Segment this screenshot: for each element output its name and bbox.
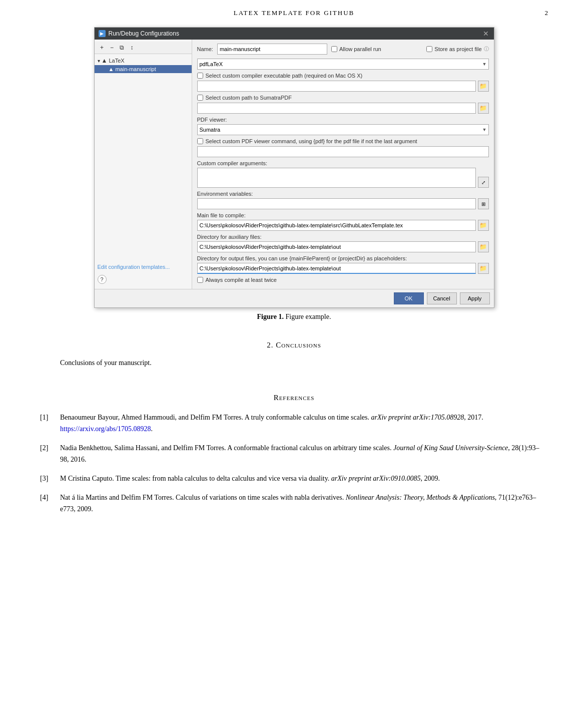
dialog-sidebar: + − ⧉ ↕ ▾ ▲ LaTeX ▲ — [95, 40, 192, 289]
main-file-folder-button[interactable]: 📁 — [478, 220, 489, 231]
dialog-titlebar: ▶ Run/Debug Configurations ✕ — [95, 28, 494, 40]
dialog-titlebar-left: ▶ Run/Debug Configurations — [99, 30, 179, 37]
custom-pdf-input[interactable] — [197, 146, 489, 157]
sidebar-item-main-manuscript[interactable]: ▲ main-manuscript — [95, 65, 192, 73]
collapse-arrow-icon: ▾ — [98, 58, 100, 64]
ref-text-1: Benaoumeur Bayour, Ahmed Hammoudi, and D… — [60, 412, 548, 435]
remove-config-button[interactable]: − — [108, 43, 117, 52]
custom-sumatra-checkbox[interactable] — [197, 95, 203, 101]
custom-pdf-checkbox-row: Select custom PDF viewer command, using … — [197, 138, 489, 144]
output-dir-input[interactable] — [197, 263, 476, 274]
aux-dir-row: 📁 — [197, 241, 489, 252]
conclusions-body: Conclusions of your manuscript. — [40, 358, 548, 369]
figure-text: Figure example. — [285, 313, 331, 320]
reference-item-4: [4] Nat á lia Martins and Delfim FM Torr… — [40, 492, 548, 515]
ref-link-1[interactable]: https://arxiv.org/abs/1705.08928 — [60, 425, 151, 433]
main-file-row: 📁 — [197, 220, 489, 231]
env-vars-label: Environment variables: — [197, 191, 489, 197]
reference-item-3: [3] M Cristina Caputo. Time scales: from… — [40, 473, 548, 484]
sidebar-item-label: main-manuscript — [115, 66, 156, 72]
custom-sumatra-checkbox-row: Select custom path to SumatraPDF — [197, 95, 489, 101]
references-heading: References — [40, 394, 548, 402]
output-dir-label: Directory for output files, you can use … — [197, 255, 489, 261]
sort-config-button[interactable]: ↕ — [128, 43, 137, 52]
ref-text-3: M Cristina Caputo. Time scales: from nab… — [60, 473, 548, 484]
references-list: [1] Benaoumeur Bayour, Ahmed Hammoudi, a… — [40, 412, 548, 515]
output-dir-row: 📁 — [197, 263, 489, 274]
sidebar-group-header-latex[interactable]: ▾ ▲ LaTeX — [95, 56, 192, 65]
name-input[interactable] — [217, 44, 327, 55]
custom-compiler-folder-button[interactable]: 📁 — [478, 81, 489, 92]
custom-pdf-checkbox[interactable] — [197, 138, 203, 144]
ref-text-4: Nat á lia Martins and Delfim FM Torres. … — [60, 492, 548, 515]
compiler-dropdown[interactable]: pdfLaTeX — [197, 59, 489, 70]
ok-button[interactable]: OK — [394, 292, 424, 304]
store-project-check: Store as project file ⓘ — [426, 46, 488, 53]
pdf-viewer-dropdown-wrapper: Sumatra ▼ — [197, 124, 489, 135]
always-compile-checkbox[interactable] — [197, 277, 203, 283]
edit-templates-link[interactable]: Edit configuration templates... — [95, 262, 173, 272]
main-file-label: Main file to compile: — [197, 212, 489, 218]
compiler-args-row: ⤢ — [197, 168, 489, 188]
sidebar-section-latex: ▾ ▲ LaTeX ▲ main-manuscript — [95, 54, 192, 75]
allow-parallel-check: Allow parallel run — [331, 46, 381, 52]
reference-item-1: [1] Benaoumeur Bayour, Ahmed Hammoudi, a… — [40, 412, 548, 435]
cancel-button[interactable]: Cancel — [427, 292, 457, 304]
custom-compiler-label: Select custom compiler executable path (… — [206, 73, 363, 79]
compiler-dropdown-wrapper: pdfLaTeX ▼ — [197, 59, 489, 70]
conclusions-heading: 2. Conclusions — [40, 341, 548, 349]
always-compile-label: Always compile at least twice — [206, 277, 277, 283]
dialog-title: Run/Debug Configurations — [109, 30, 179, 37]
ref-italic-2: Journal of King Saud University-Science — [393, 444, 508, 452]
output-dir-folder-button[interactable]: 📁 — [478, 263, 489, 274]
apply-button[interactable]: Apply — [460, 292, 490, 304]
dialog-app-icon: ▶ — [99, 30, 106, 37]
dialog-body: + − ⧉ ↕ ▾ ▲ LaTeX ▲ — [95, 40, 494, 289]
allow-parallel-label: Allow parallel run — [339, 46, 381, 52]
conclusions-num: 2. — [267, 341, 273, 349]
allow-parallel-checkbox[interactable] — [331, 46, 337, 52]
page-header: LATEX TEMPLATE FOR GITHUB 2 — [0, 0, 588, 22]
ref-num-4: [4] — [40, 492, 55, 515]
custom-sumatra-label: Select custom path to SumatraPDF — [206, 95, 292, 101]
custom-pdf-label: Select custom PDF viewer command, using … — [206, 138, 417, 144]
ref-num-3: [3] — [40, 473, 55, 484]
conclusions-title: Conclusions — [276, 341, 321, 349]
store-project-label: Store as project file — [434, 46, 481, 52]
dialog-box: ▶ Run/Debug Configurations ✕ + − ⧉ ↕ — [94, 27, 494, 308]
custom-pdf-input-row — [197, 146, 489, 157]
aux-dir-label: Directory for auxiliary files: — [197, 234, 489, 240]
store-project-checkbox[interactable] — [426, 46, 432, 52]
aux-dir-input[interactable] — [197, 241, 476, 252]
pdf-viewer-dropdown[interactable]: Sumatra — [197, 124, 489, 135]
custom-compiler-input-row: 📁 — [197, 81, 489, 92]
dialog-close-button[interactable]: ✕ — [482, 30, 490, 38]
compiler-args-textarea[interactable] — [197, 168, 476, 188]
aux-dir-folder-button[interactable]: 📁 — [478, 241, 489, 252]
custom-compiler-checkbox[interactable] — [197, 73, 203, 79]
custom-sumatra-input[interactable] — [197, 103, 476, 114]
main-content: ▶ Run/Debug Configurations ✕ + − ⧉ ↕ — [0, 27, 588, 515]
dialog-sidebar-inner: + − ⧉ ↕ ▾ ▲ LaTeX ▲ — [95, 42, 192, 287]
custom-compiler-input[interactable] — [197, 81, 476, 92]
env-vars-edit-button[interactable]: ⊞ — [478, 198, 489, 209]
ref-italic-1: arXiv preprint arXiv:1705.08928 — [371, 414, 464, 421]
name-label: Name: — [197, 46, 213, 52]
env-vars-input[interactable] — [197, 198, 476, 209]
sidebar-item-icon: ▲ — [109, 66, 116, 72]
main-file-input[interactable] — [197, 220, 476, 231]
add-config-button[interactable]: + — [98, 43, 107, 52]
store-project-info-icon: ⓘ — [484, 46, 489, 53]
copy-config-button[interactable]: ⧉ — [118, 43, 127, 52]
dialog-sidebar-toolbar: + − ⧉ ↕ — [95, 42, 192, 54]
ref-text-2: Nadia Benkhettou, Salima Hassani, and De… — [60, 443, 548, 465]
ref-num-2: [2] — [40, 443, 55, 465]
page-title: LATEX TEMPLATE FOR GITHUB — [234, 9, 355, 17]
help-button[interactable]: ? — [98, 275, 107, 284]
custom-sumatra-folder-button[interactable]: 📁 — [478, 103, 489, 114]
ref-italic-4: Nonlinear Analysis: Theory, Methods & Ap… — [346, 494, 495, 501]
compiler-args-expand-button[interactable]: ⤢ — [478, 177, 489, 188]
latex-group-icon: ▲ — [102, 57, 108, 64]
dialog-main-panel: Name: Allow parallel run Store as projec… — [192, 40, 494, 289]
figure-container: ▶ Run/Debug Configurations ✕ + − ⧉ ↕ — [40, 27, 548, 321]
